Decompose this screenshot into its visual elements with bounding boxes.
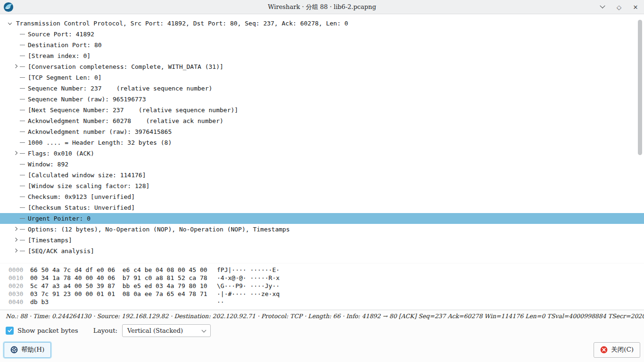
tree-expander-spacer [12, 42, 19, 49]
chevron-right-icon[interactable] [12, 150, 19, 157]
tree-item[interactable]: Flags: 0x010 (ACK) [0, 148, 644, 159]
tree-expander-spacer [12, 161, 19, 168]
hex-row[interactable]: 0000 66 50 4a 7c d4 df e0 06 e6 c4 be 04… [8, 266, 644, 274]
minimize-button[interactable] [599, 3, 606, 11]
help-button[interactable]: 帮助(H) [4, 342, 51, 358]
tree-branch-line [20, 56, 25, 56]
tree-item-label: Options: (12 bytes), No-Operation (NOP),… [28, 226, 290, 233]
layout-dropdown[interactable]: Vertical (Stacked) [122, 324, 211, 337]
close-icon [600, 346, 608, 354]
wireshark-logo-icon [3, 2, 14, 12]
hex-bytes: 00 34 1a 78 40 00 40 06 b7 91 c0 a8 81 5… [30, 274, 217, 282]
tree-item[interactable]: [Timestamps] [0, 235, 644, 246]
show-packet-bytes-control[interactable]: Show packet bytes [6, 327, 78, 335]
tree-item[interactable]: Urgent Pointer: 0 [0, 213, 644, 224]
tree-expander-spacer [12, 215, 19, 222]
divider [0, 310, 644, 310]
hex-row[interactable]: 0030 03 7c 91 23 00 00 01 01 08 0a ee 7a… [8, 290, 644, 298]
hex-row[interactable]: 0010 00 34 1a 78 40 00 40 06 b7 91 c0 a8… [8, 274, 644, 282]
tree-item[interactable]: [Calculated window size: 114176] [0, 170, 644, 181]
tree-item[interactable]: Window: 892 [0, 159, 644, 170]
tree-item-label: 1000 .... = Header Length: 32 bytes (8) [28, 139, 172, 146]
tree-item[interactable]: [SEQ/ACK analysis] [0, 246, 644, 256]
chevron-right-icon[interactable] [12, 64, 19, 70]
tree-item[interactable]: 1000 .... = Header Length: 32 bytes (8) [0, 137, 644, 148]
tree-item[interactable]: Source Port: 41892 [0, 29, 644, 40]
layout-dropdown-value: Vertical (Stacked) [127, 327, 183, 334]
hex-bytes: 66 50 4a 7c d4 df e0 06 e6 c4 be 04 08 0… [30, 266, 217, 274]
tree-expander-spacer [12, 107, 19, 114]
chevron-down-icon[interactable] [7, 20, 13, 27]
tree-branch-line [20, 77, 25, 78]
tree-item-label: [Stream index: 0] [28, 52, 91, 59]
tree-expander-spacer [12, 118, 19, 124]
tree-expander-spacer [12, 194, 19, 200]
close-window-button[interactable]: ✕ [632, 3, 639, 11]
tree-item[interactable]: Sequence Number (raw): 965196773 [0, 94, 644, 105]
chevron-right-icon[interactable] [12, 226, 19, 233]
tree-item[interactable]: [Window size scaling factor: 128] [0, 181, 644, 191]
button-row: 帮助(H) 关闭(C) [4, 342, 640, 358]
window-title: Wireshark · 分组 88 · lib6-2.pcapng [0, 3, 644, 11]
tree-branch-line [20, 88, 25, 89]
tree-item[interactable]: Options: (12 bytes), No-Operation (NOP),… [0, 224, 644, 235]
titlebar[interactable]: Wireshark · 分组 88 · lib6-2.pcapng ◇ ✕ [0, 0, 644, 14]
tree-expander-spacer [12, 85, 19, 92]
tree-item[interactable]: Sequence Number: 237 (relative sequence … [0, 83, 644, 94]
tree-children: Source Port: 41892 Destination Port: 80 … [0, 29, 644, 256]
tree-item[interactable]: Checksum: 0x9123 [unverified] [0, 191, 644, 202]
tree-root-item[interactable]: Transmission Control Protocol, Src Port:… [0, 18, 644, 29]
tree-item-label: Urgent Pointer: 0 [28, 215, 91, 222]
tree-expander-spacer [12, 183, 19, 189]
chevron-down-icon [202, 328, 206, 332]
tree-item-label: [Next Sequence Number: 237 (relative seq… [28, 107, 238, 114]
tree-item-label: [SEQ/ACK analysis] [28, 247, 94, 255]
tree-item[interactable]: Destination Port: 80 [0, 40, 644, 50]
tree-item-label: Source Port: 41892 [28, 31, 94, 38]
tree-item[interactable]: Acknowledgment Number: 60278 (relative a… [0, 115, 644, 126]
hex-offset: 0000 [8, 266, 30, 274]
hex-ascii: fPJ|···· ······E· [217, 266, 280, 274]
tree-item-label: Checksum: 0x9123 [unverified] [28, 193, 135, 200]
hex-row[interactable]: 0040 db b3 ·· [8, 298, 644, 306]
show-packet-bytes-checkbox[interactable] [6, 327, 14, 335]
close-button[interactable]: 关闭(C) [594, 342, 640, 358]
tree-branch-line [20, 45, 25, 45]
chevron-right-icon[interactable] [12, 237, 19, 244]
tree-branch-line [20, 164, 25, 165]
tree-expander-spacer [12, 96, 19, 103]
tree-expander-spacer [12, 205, 19, 211]
tree-branch-line [20, 251, 25, 251]
hex-row[interactable]: 0020 5c 47 a3 a4 00 50 39 87 bb e5 ed 03… [8, 282, 644, 290]
hex-offset: 0030 [8, 290, 30, 298]
scrollbar-thumb[interactable] [638, 20, 642, 155]
packet-detail-tree: Transmission Control Protocol, Src Port:… [0, 15, 644, 263]
tree-root-label: Transmission Control Protocol, Src Port:… [16, 20, 348, 27]
tree-branch-line [20, 34, 25, 34]
tree-item[interactable]: [Next Sequence Number: 237 (relative seq… [0, 105, 644, 115]
hex-offset: 0040 [8, 298, 30, 306]
tree-branch-line [20, 240, 25, 240]
tree-item[interactable]: Acknowledgment number (raw): 3976415865 [0, 126, 644, 137]
tree-item[interactable]: [Stream index: 0] [0, 50, 644, 61]
chevron-right-icon[interactable] [12, 248, 19, 255]
hex-offset: 0010 [8, 274, 30, 282]
tree-item-label: Sequence Number (raw): 965196773 [28, 96, 146, 103]
tree-branch-line [20, 66, 25, 67]
tree-branch-line [20, 99, 25, 99]
hex-ascii: \G···P9· ····Jy·· [217, 282, 280, 290]
vertical-scrollbar[interactable] [638, 19, 643, 259]
tree-item-label: Flags: 0x010 (ACK) [28, 150, 94, 157]
tree-branch-line [20, 186, 25, 186]
tree-item-label: [Timestamps] [28, 237, 72, 244]
help-button-label: 帮助(H) [21, 346, 44, 354]
tree-item-label: [Window size scaling factor: 128] [28, 182, 149, 189]
tree-item-label: Acknowledgment number (raw): 3976415865 [28, 128, 172, 135]
tree-item[interactable]: [Checksum Status: Unverified] [0, 202, 644, 213]
check-icon [7, 328, 13, 333]
tree-item-label: [TCP Segment Len: 0] [28, 74, 102, 81]
tree-item[interactable]: [Conversation completeness: Complete, WI… [0, 61, 644, 72]
help-icon [10, 346, 18, 354]
tree-item[interactable]: [TCP Segment Len: 0] [0, 72, 644, 83]
maximize-button[interactable]: ◇ [615, 3, 623, 11]
